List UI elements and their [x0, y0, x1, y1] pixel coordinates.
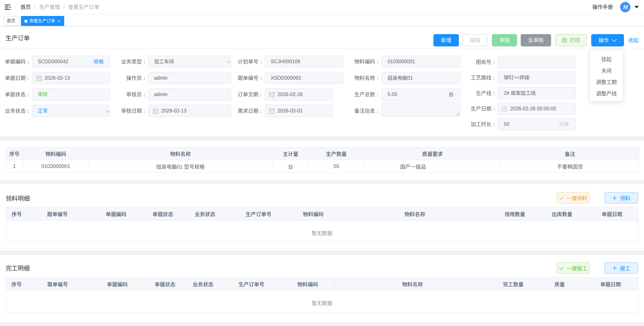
svg-text:M: M [623, 4, 628, 10]
